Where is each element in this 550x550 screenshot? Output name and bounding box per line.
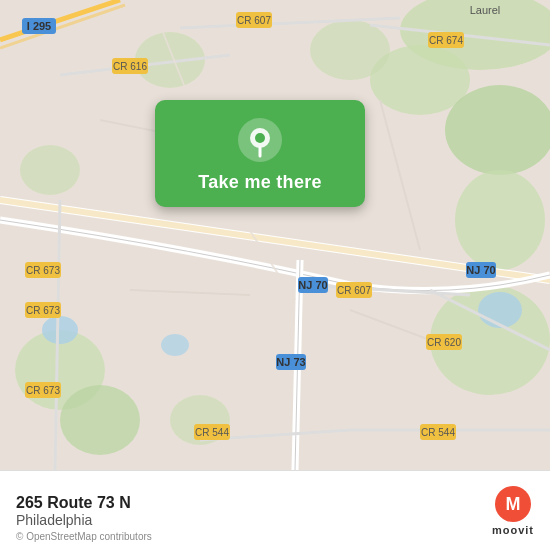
svg-point-14 (161, 334, 189, 356)
svg-point-11 (310, 20, 390, 80)
svg-text:CR 544: CR 544 (195, 427, 229, 438)
osm-attribution: © OpenStreetMap contributors (16, 531, 152, 542)
pin-icon (238, 118, 282, 162)
moovit-logo: M moovit (492, 486, 534, 536)
svg-text:CR 673: CR 673 (26, 305, 60, 316)
svg-text:CR 607: CR 607 (337, 285, 371, 296)
svg-point-13 (42, 316, 78, 344)
svg-text:CR 673: CR 673 (26, 385, 60, 396)
svg-text:NJ 70: NJ 70 (466, 264, 495, 276)
svg-text:NJ 73: NJ 73 (276, 356, 305, 368)
take-me-there-button[interactable]: Take me there (198, 172, 322, 193)
svg-point-9 (20, 145, 80, 195)
moovit-text: moovit (492, 524, 534, 536)
svg-point-4 (455, 170, 545, 270)
location-info: 265 Route 73 N Philadelphia © OpenStreet… (16, 494, 480, 528)
svg-point-12 (478, 292, 522, 328)
svg-text:CR 674: CR 674 (429, 35, 463, 46)
svg-text:I 295: I 295 (27, 20, 51, 32)
svg-text:M: M (505, 494, 520, 514)
svg-point-66 (255, 133, 265, 143)
svg-text:CR 544: CR 544 (421, 427, 455, 438)
svg-text:CR 607: CR 607 (237, 15, 271, 26)
svg-text:NJ 70: NJ 70 (298, 279, 327, 291)
location-name: 265 Route 73 N (16, 494, 480, 512)
svg-text:CR 616: CR 616 (113, 61, 147, 72)
svg-point-7 (60, 385, 140, 455)
location-card: Take me there (155, 100, 365, 207)
svg-text:Laurel: Laurel (470, 4, 501, 16)
map-container: I 295 CR 607 CR 674 CR 616 NJ 70 NJ 70 C… (0, 0, 550, 470)
bottom-bar: 265 Route 73 N Philadelphia © OpenStreet… (0, 470, 550, 550)
svg-text:CR 620: CR 620 (427, 337, 461, 348)
location-city: Philadelphia (16, 512, 480, 528)
svg-point-3 (445, 85, 550, 175)
svg-text:CR 673: CR 673 (26, 265, 60, 276)
moovit-icon: M (495, 486, 531, 522)
